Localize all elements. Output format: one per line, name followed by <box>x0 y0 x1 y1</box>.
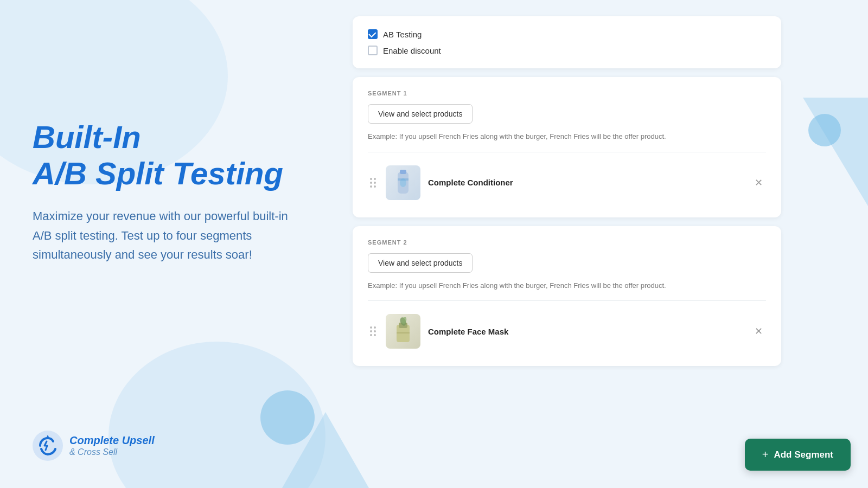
add-segment-button[interactable]: + Add Segment <box>745 439 851 471</box>
enable-discount-label: Enable discount <box>383 46 441 55</box>
hero-title-line2: A/B Split Testing <box>33 156 283 191</box>
enable-discount-row[interactable]: Enable discount <box>368 46 766 55</box>
product-image-conditioner <box>386 165 420 200</box>
drag-dot <box>370 334 372 336</box>
logo-sub: & Cross Sell <box>69 447 155 457</box>
segment-2-card: SEGMENT 2 View and select products Examp… <box>353 226 781 367</box>
drag-dot-row <box>370 178 376 180</box>
drag-dot-row <box>370 182 376 184</box>
enable-discount-checkbox[interactable] <box>368 46 378 55</box>
drag-dot <box>374 178 376 180</box>
segment-2-label: SEGMENT 2 <box>368 239 766 246</box>
drag-dot <box>374 330 376 332</box>
add-segment-label: Add Segment <box>774 450 833 460</box>
product-row-facemask: Complete Face Mask ✕ <box>368 310 766 353</box>
logo-area: Complete Upsell & Cross Sell <box>33 431 304 461</box>
right-panel: AB Testing Enable discount SEGMENT 1 Vie… <box>336 0 868 488</box>
product-row: Complete Conditioner ✕ <box>368 161 766 204</box>
product-name-facemask: Complete Face Mask <box>428 327 743 336</box>
ab-testing-card: AB Testing Enable discount <box>353 16 781 68</box>
drag-dot <box>374 185 376 188</box>
segment-1-view-products-button[interactable]: View and select products <box>368 104 473 124</box>
drag-dot-row <box>370 326 376 329</box>
drag-dot <box>374 326 376 329</box>
add-segment-plus-icon: + <box>762 448 769 461</box>
segment-1-card: SEGMENT 1 View and select products Examp… <box>353 77 781 217</box>
drag-dot <box>370 326 372 329</box>
drag-dot-row <box>370 334 376 336</box>
drag-dot <box>370 185 372 188</box>
drag-dot <box>374 182 376 184</box>
drag-dot-row <box>370 185 376 188</box>
drag-dot <box>370 182 372 184</box>
segment-1-label: SEGMENT 1 <box>368 90 766 97</box>
segment-2-divider <box>368 300 766 301</box>
ab-testing-label: AB Testing <box>383 30 422 39</box>
hero-title-line1: Built-In <box>33 119 141 155</box>
svg-rect-4 <box>398 178 409 181</box>
drag-dot <box>374 334 376 336</box>
product-name-conditioner: Complete Conditioner <box>428 178 743 187</box>
svg-rect-9 <box>397 332 410 333</box>
remove-facemask-button[interactable]: ✕ <box>751 324 766 339</box>
remove-conditioner-button[interactable]: ✕ <box>751 175 766 190</box>
drag-dot <box>370 178 372 180</box>
logo-name: Complete Upsell <box>69 434 155 447</box>
logo-icon <box>33 431 63 461</box>
ab-testing-checkbox[interactable] <box>368 29 378 39</box>
segment-2-view-products-button[interactable]: View and select products <box>368 253 473 273</box>
segment-1-example-text: Example: If you upsell French Fries alon… <box>368 131 766 142</box>
drag-dot <box>370 330 372 332</box>
drag-handle-facemask[interactable] <box>368 324 378 338</box>
ab-testing-row[interactable]: AB Testing <box>368 29 766 39</box>
left-panel: Built-In A/B Split Testing Maximize your… <box>0 0 336 488</box>
logo-text: Complete Upsell & Cross Sell <box>69 434 155 457</box>
segment-1-divider <box>368 152 766 152</box>
drag-handle[interactable] <box>368 176 378 190</box>
segment-2-example-text: Example: If you upsell French Fries alon… <box>368 280 766 291</box>
hero-subtitle: Maximize your revenue with our powerful … <box>33 207 304 264</box>
hero-title: Built-In A/B Split Testing <box>33 119 304 191</box>
drag-dot-row <box>370 330 376 332</box>
facemask-image <box>386 314 420 349</box>
product-image-facemask <box>386 314 420 349</box>
conditioner-image <box>386 165 420 200</box>
svg-rect-2 <box>400 170 406 174</box>
